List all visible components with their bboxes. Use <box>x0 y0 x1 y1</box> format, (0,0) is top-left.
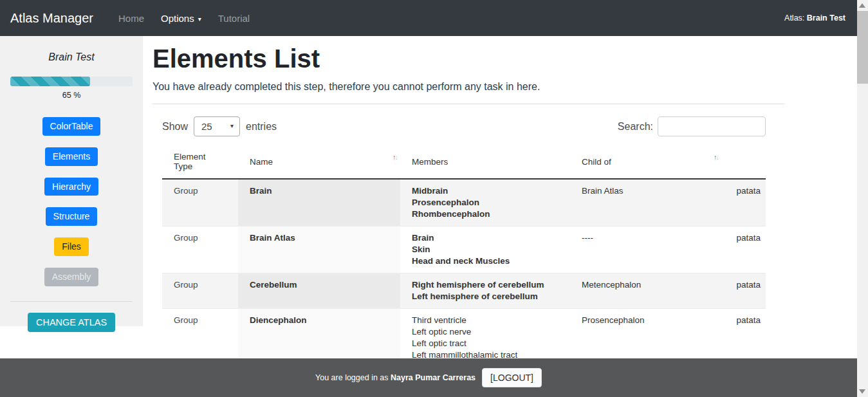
extra-cell: patata <box>721 226 766 273</box>
search-control: Search: <box>618 116 766 136</box>
progress-fill <box>10 77 90 86</box>
atlas-value: Brain Test <box>807 14 845 23</box>
table-row: GroupCerebellumRight hemisphere of cereb… <box>162 273 766 309</box>
page-length-control: Show 25 ▾ entries <box>162 116 277 136</box>
element-type-cell: Group <box>162 179 238 226</box>
member-item: Rhombencephalon <box>412 208 559 220</box>
member-item: Left optic nerve <box>412 326 559 338</box>
extra-cell: patata <box>721 273 766 309</box>
column-header-element-type: Element Type <box>162 146 238 179</box>
column-label: Members <box>412 157 448 167</box>
column-header-name[interactable]: Name↑↓ <box>238 146 400 179</box>
logged-in-text: You are logged in as <box>315 373 391 382</box>
page-length-select[interactable]: 25 ▾ <box>194 116 240 136</box>
sidebar-button-assembly: Assembly <box>44 268 99 286</box>
elements-table: Element TypeName↑↓MembersChild of↑↓ Grou… <box>162 146 766 390</box>
sidebar-atlas-title: Brain Test <box>0 36 143 63</box>
member-item: Third ventricle <box>412 315 559 326</box>
progress-bar <box>10 77 133 86</box>
member-item: Left hemisphere of cerebellum <box>412 291 559 302</box>
datatable-controls: Show 25 ▾ entries Search: <box>162 116 766 136</box>
sidebar: Brain Test 65 % ColorTableElementsHierar… <box>0 36 143 326</box>
child-of-cell: Metencephalon <box>570 273 721 309</box>
page-title: Elements List <box>152 44 857 73</box>
members-cell: Right hemisphere of cerebellumLeft hemis… <box>400 273 570 309</box>
name-cell: Brain <box>238 179 400 226</box>
name-cell: Cerebellum <box>238 273 400 309</box>
sidebar-button-colortable[interactable]: ColorTable <box>42 117 101 136</box>
logged-in-user: Nayra Pumar Carreras <box>391 373 476 382</box>
member-item: Midbrain <box>412 185 559 197</box>
search-label: Search: <box>618 121 653 133</box>
sidebar-button-hierarchy[interactable]: Hierarchy <box>44 178 98 196</box>
sidebar-button-files[interactable]: Files <box>54 237 89 256</box>
member-item: Right hemisphere of cerebellum <box>412 279 559 291</box>
child-of-cell: ---- <box>570 226 721 273</box>
sort-icon: ↑↓ <box>392 153 397 161</box>
column-header-extra <box>721 146 766 179</box>
app-brand[interactable]: Atlas Manager <box>10 11 93 26</box>
member-item: Head and neck Muscles <box>412 255 559 267</box>
name-cell: Brain Atlas <box>238 226 400 273</box>
logout-button[interactable]: [LOGOUT] <box>482 368 542 387</box>
members-cell: MidbrainProsencephalonRhombencephalon <box>400 179 570 226</box>
nav-link-options[interactable]: Options▾ <box>152 13 210 24</box>
page-subtitle: You have already completed this step, th… <box>152 81 857 93</box>
column-label: Element Type <box>174 152 206 171</box>
column-label: Name <box>250 157 273 167</box>
navbar: Atlas Manager HomeOptions▾Tutorial Atlas… <box>0 0 857 36</box>
scroll-down-arrow-icon[interactable] <box>859 389 865 394</box>
nav-links: HomeOptions▾Tutorial <box>110 13 258 24</box>
nav-link-tutorial[interactable]: Tutorial <box>210 13 258 24</box>
vertical-scrollbar[interactable] <box>857 0 868 397</box>
page-length-value: 25 <box>201 121 212 132</box>
sidebar-button-elements[interactable]: Elements <box>45 147 98 166</box>
member-item: Skin <box>412 244 559 255</box>
extra-cell: patata <box>721 179 766 226</box>
select-caret-icon: ▾ <box>230 122 234 129</box>
table-header-row: Element TypeName↑↓MembersChild of↑↓ <box>162 146 766 179</box>
show-label: Show <box>162 121 188 133</box>
member-item: Brain <box>412 232 559 244</box>
child-of-cell: Brain Atlas <box>570 179 721 226</box>
member-item: Left optic tract <box>412 338 559 349</box>
sidebar-divider <box>10 301 133 302</box>
scroll-up-arrow-icon[interactable] <box>859 3 865 8</box>
element-type-cell: Group <box>162 273 238 309</box>
chevron-down-icon: ▾ <box>198 15 201 23</box>
element-type-cell: Group <box>162 226 238 273</box>
sidebar-buttons: ColorTableElementsHierarchyStructureFile… <box>0 117 143 286</box>
table-row: GroupBrainMidbrainProsencephalonRhombenc… <box>162 179 766 226</box>
sidebar-button-structure[interactable]: Structure <box>46 207 98 226</box>
members-cell: BrainSkinHead and neck Muscles <box>400 226 570 273</box>
entries-label: entries <box>246 121 277 133</box>
nav-link-home[interactable]: Home <box>110 13 152 24</box>
main-content: Elements List You have already completed… <box>143 36 857 390</box>
content-divider <box>152 104 784 104</box>
search-input[interactable] <box>658 116 766 136</box>
atlas-indicator: Atlas: Brain Test <box>784 14 847 23</box>
change-atlas-button[interactable]: CHANGE ATLAS <box>28 313 115 332</box>
footer: You are logged in as Nayra Pumar Carrera… <box>0 358 857 397</box>
atlas-label: Atlas: <box>784 14 807 23</box>
progress-percent-label: 65 % <box>0 91 143 100</box>
table-row: GroupBrain AtlasBrainSkinHead and neck M… <box>162 226 766 273</box>
column-label: Child of <box>582 157 611 167</box>
column-header-members: Members <box>400 146 570 179</box>
member-item: Prosencephalon <box>412 197 559 208</box>
scrollbar-thumb[interactable] <box>857 11 868 84</box>
column-header-child-of[interactable]: Child of↑↓ <box>570 146 721 179</box>
datatable-area: Show 25 ▾ entries Search: Element TypeNa… <box>162 116 766 390</box>
sort-icon: ↑↓ <box>714 153 718 161</box>
